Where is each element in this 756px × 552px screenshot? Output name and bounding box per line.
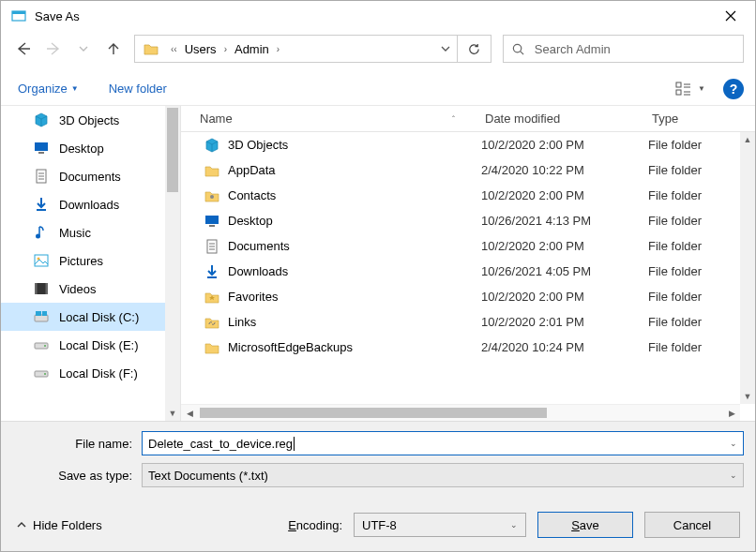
file-date: 10/2/2020 2:01 PM <box>481 315 648 329</box>
help-icon: ? <box>730 82 738 97</box>
tree-item-label: Local Disk (E:) <box>59 338 139 352</box>
back-button[interactable] <box>14 39 33 58</box>
text-caret <box>294 437 295 451</box>
titlebar: Save As <box>1 1 755 31</box>
chevron-down-icon <box>441 44 450 53</box>
filename-input[interactable]: Delete_cast_to_device.reg ⌄ <box>142 431 744 455</box>
view-mode-button[interactable]: ▼ <box>674 76 706 102</box>
scroll-thumb[interactable] <box>200 408 547 418</box>
savetype-select[interactable]: Text Documents (*.txt) ⌄ <box>142 463 744 487</box>
view-icon <box>675 82 694 97</box>
app-icon <box>10 7 27 24</box>
recent-button[interactable] <box>74 39 93 58</box>
breadcrumb-users[interactable]: Users <box>183 42 219 56</box>
file-type: File folder <box>648 138 755 152</box>
savetype-label: Save as type: <box>1 469 142 483</box>
tree-item[interactable]: Local Disk (E:) <box>1 331 180 359</box>
tree-scrollbar[interactable]: ▲ ▼ <box>165 106 180 421</box>
desktop-icon <box>204 213 220 230</box>
tree-item[interactable]: Local Disk (F:) <box>1 359 180 387</box>
hide-folders-button[interactable]: Hide Folders <box>16 518 102 532</box>
tree-item[interactable]: Videos <box>1 275 180 303</box>
file-row[interactable]: Favorites10/2/2020 2:00 PMFile folder <box>181 284 755 309</box>
save-button[interactable]: Save <box>537 512 633 538</box>
cancel-button[interactable]: Cancel <box>644 512 740 538</box>
chevron-down-icon <box>79 44 88 53</box>
horizontal-scrollbar[interactable]: ◀ ▶ <box>181 404 740 421</box>
file-type: File folder <box>648 239 755 253</box>
file-list: 3D Objects10/2/2020 2:00 PMFile folderAp… <box>181 132 755 421</box>
col-date[interactable]: Date modified <box>481 112 648 126</box>
tree-item[interactable]: Local Disk (C:) <box>1 303 180 331</box>
svg-rect-3 <box>676 82 681 87</box>
bottom-bar: Hide Folders Encoding: UTF-8 ⌄ Save Canc… <box>1 506 755 551</box>
desktop-icon <box>33 140 50 157</box>
encoding-select[interactable]: UTF-8 ⌄ <box>354 513 526 537</box>
scroll-up-icon[interactable]: ▲ <box>740 132 755 147</box>
svg-rect-22 <box>35 315 48 321</box>
chevron-right-icon: › <box>271 44 285 54</box>
tree-item[interactable]: Pictures <box>1 246 180 275</box>
disk-icon <box>33 365 50 381</box>
tree-item[interactable]: Desktop <box>1 134 180 162</box>
forward-button[interactable] <box>44 39 63 58</box>
file-row[interactable]: Documents10/2/2020 2:00 PMFile folder <box>181 233 755 259</box>
encoding-value: UTF-8 <box>362 518 397 532</box>
scroll-thumb[interactable] <box>167 108 178 192</box>
tree-item[interactable]: Downloads <box>1 190 180 218</box>
doc-icon <box>33 168 50 185</box>
title-text: Save As <box>35 9 80 23</box>
file-type: File folder <box>648 315 755 329</box>
scroll-down-icon[interactable]: ▼ <box>165 406 180 421</box>
scroll-left-icon[interactable]: ◀ <box>181 405 198 421</box>
chevron-down-icon[interactable]: ⌄ <box>730 439 737 448</box>
new-folder-button[interactable]: New folder <box>109 82 167 96</box>
disk-icon <box>33 336 50 353</box>
organize-button[interactable]: Organize ▼ <box>18 82 79 96</box>
up-button[interactable] <box>104 39 123 58</box>
tree-item[interactable]: 3D Objects <box>1 106 180 134</box>
file-pane: Name ˆ Date modified Type 3D Objects10/2… <box>181 106 755 421</box>
3d-icon <box>204 137 220 154</box>
help-button[interactable]: ? <box>723 79 744 99</box>
music-icon <box>33 224 50 241</box>
address-dropdown[interactable] <box>434 36 457 62</box>
file-row[interactable]: Contacts10/2/2020 2:00 PMFile folder <box>181 183 755 208</box>
scroll-down-icon[interactable]: ▼ <box>740 389 755 404</box>
chevron-up-icon <box>16 519 27 530</box>
file-row[interactable]: AppData2/4/2020 10:22 PMFile folder <box>181 157 755 183</box>
col-type[interactable]: Type <box>648 112 755 126</box>
tree-item[interactable]: Music <box>1 218 180 246</box>
svg-rect-23 <box>36 311 41 316</box>
chevron-down-icon: ▼ <box>698 84 705 93</box>
cancel-label: Cancel <box>673 518 711 532</box>
tree-item-label: Local Disk (F:) <box>59 366 138 380</box>
file-type: File folder <box>648 290 755 304</box>
file-type: File folder <box>648 214 755 228</box>
file-row[interactable]: Downloads10/26/2021 4:05 PMFile folder <box>181 259 755 284</box>
file-row[interactable]: MicrosoftEdgeBackups2/4/2020 10:24 PMFil… <box>181 335 755 360</box>
svg-rect-20 <box>35 283 38 294</box>
file-row[interactable]: 3D Objects10/2/2020 2:00 PMFile folder <box>181 132 755 157</box>
file-date: 10/2/2020 2:00 PM <box>481 138 648 152</box>
close-button[interactable] <box>710 2 751 30</box>
address-bar[interactable]: ‹‹ Users › Admin › <box>134 35 458 63</box>
vertical-scrollbar[interactable]: ▲ ▼ <box>740 132 755 404</box>
refresh-button[interactable] <box>458 35 491 63</box>
scroll-right-icon[interactable]: ▶ <box>723 405 740 421</box>
file-date: 2/4/2020 10:22 PM <box>481 163 648 177</box>
col-name[interactable]: Name ˆ <box>181 112 481 126</box>
chevron-down-icon[interactable]: ⌄ <box>510 520 518 530</box>
tree-item-label: Desktop <box>59 142 104 156</box>
arrow-right-icon <box>46 41 61 56</box>
tree-item-label: Documents <box>59 170 121 184</box>
pic-icon <box>33 252 50 269</box>
breadcrumb-admin[interactable]: Admin <box>233 42 271 56</box>
search-input[interactable]: Search Admin <box>503 35 744 63</box>
chevron-left-icon[interactable]: ‹‹ <box>165 44 183 54</box>
file-row[interactable]: Desktop10/26/2021 4:13 PMFile folder <box>181 208 755 233</box>
tree-item[interactable]: Documents <box>1 162 180 190</box>
chevron-down-icon[interactable]: ⌄ <box>730 470 737 480</box>
3d-icon <box>33 112 50 128</box>
file-row[interactable]: Links10/2/2020 2:01 PMFile folder <box>181 309 755 335</box>
